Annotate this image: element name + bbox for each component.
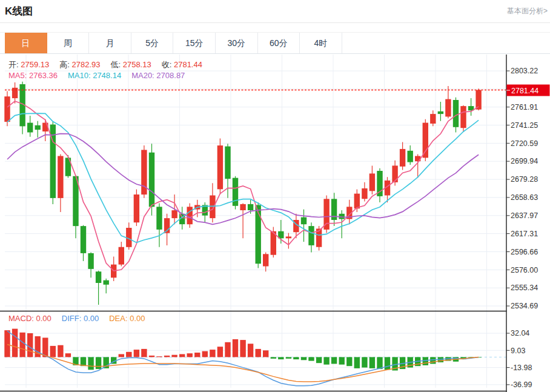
price-axis-label: 2534.69 xyxy=(511,302,538,310)
macd-bar xyxy=(430,357,436,364)
macd-bar xyxy=(293,357,299,359)
interval-tab[interactable]: 15分 xyxy=(173,33,216,53)
interval-tabs: 日周月5分15分30分60分4时 xyxy=(0,32,550,54)
field-value: 0.00 xyxy=(84,314,99,323)
macd-bar xyxy=(4,330,10,357)
candle-body xyxy=(35,125,41,130)
macd-bar xyxy=(202,351,208,357)
macd-bar xyxy=(126,352,131,357)
candle-body xyxy=(453,100,459,127)
price-axis-label: 2720.59 xyxy=(511,139,538,148)
macd-bar xyxy=(225,342,230,357)
macd-bar xyxy=(339,357,345,364)
candle-body xyxy=(12,88,18,98)
interval-tab[interactable]: 日 xyxy=(5,33,47,53)
readout-field: MA10: 2748.14 xyxy=(68,71,121,80)
macd-bar xyxy=(104,357,109,368)
candle-body xyxy=(96,271,101,283)
readout-field: 收: 2781.44 xyxy=(162,60,202,69)
readout-field: DEA: 0.00 xyxy=(109,314,145,323)
macd-bar xyxy=(187,353,193,357)
readout-field: MACD: 0.00 xyxy=(8,314,51,323)
interval-tab[interactable]: 30分 xyxy=(216,33,258,53)
readout-field: MA5: 2763.36 xyxy=(8,71,58,80)
field-label: DEA: xyxy=(109,314,130,323)
candle-body xyxy=(149,153,154,207)
macd-bar xyxy=(58,345,63,357)
interval-tab[interactable]: 5分 xyxy=(131,33,174,53)
macd-bar xyxy=(423,357,428,365)
field-value: 2748.14 xyxy=(93,71,121,80)
readout-field: 低: 2758.13 xyxy=(110,60,151,69)
candle-body xyxy=(156,207,162,230)
macd-bar xyxy=(88,357,93,370)
ma-readout: MA5: 2763.36MA10: 2748.14MA20: 2708.87 xyxy=(8,71,195,80)
price-axis-label: 2596.66 xyxy=(511,248,538,256)
field-value: 2759.13 xyxy=(21,60,49,69)
candle-body xyxy=(362,188,367,199)
readout-field: MA20: 2708.87 xyxy=(131,71,185,80)
macd-bar xyxy=(179,354,185,357)
macd-bar xyxy=(194,353,200,357)
field-label: MA10: xyxy=(68,71,93,80)
macd-bar xyxy=(50,346,56,357)
macd-bar xyxy=(331,357,337,364)
macd-bar xyxy=(316,357,322,363)
macd-bar xyxy=(346,357,352,366)
macd-bar xyxy=(369,357,375,368)
candle-body xyxy=(354,194,360,209)
macd-bar xyxy=(96,357,101,369)
field-label: MA5: xyxy=(8,71,29,80)
candle-body xyxy=(58,156,63,198)
candle-body xyxy=(187,207,193,224)
field-label: 收: xyxy=(162,60,174,69)
price-axis-label: 2637.97 xyxy=(511,211,538,220)
candle-body xyxy=(263,254,268,266)
macd-bar xyxy=(278,357,283,359)
interval-tab[interactable]: 月 xyxy=(89,33,131,53)
macd-bar xyxy=(156,356,162,357)
candle-body xyxy=(430,114,436,124)
candle-body xyxy=(210,196,215,219)
field-label: DIFF: xyxy=(62,314,84,323)
candle-body xyxy=(27,123,33,133)
field-value: 0.00 xyxy=(36,314,51,323)
candle-body xyxy=(408,151,413,162)
candle-body xyxy=(217,145,223,189)
macd-bar xyxy=(141,349,147,357)
field-value: 0.00 xyxy=(130,314,145,323)
interval-tab[interactable]: 周 xyxy=(47,33,90,53)
candle-body xyxy=(369,173,375,191)
price-axis-label: 2699.94 xyxy=(511,157,538,165)
price-axis-label: 2761.91 xyxy=(511,103,538,111)
price-axis-label: 2741.25 xyxy=(511,121,538,130)
macd-axis-label: 32.04 xyxy=(511,329,529,337)
candle-body xyxy=(460,106,466,128)
candle-body xyxy=(445,99,451,117)
macd-bar xyxy=(217,347,223,357)
macd-bar xyxy=(248,344,253,357)
ohlc-readout: 开: 2759.13高: 2782.93低: 2758.13收: 2781.44 xyxy=(8,59,213,70)
readout-field: 高: 2782.93 xyxy=(59,60,100,69)
macd-bar xyxy=(263,350,268,357)
macd-bar xyxy=(164,356,170,357)
macd-bar xyxy=(323,357,329,364)
macd-bar xyxy=(385,357,390,370)
candle-body xyxy=(240,204,245,210)
candle-body xyxy=(256,205,261,264)
macd-readout: MACD: 0.00DIFF: 0.00DEA: 0.00 xyxy=(8,314,156,323)
candle-body xyxy=(423,123,428,158)
price-axis-label: 2803.22 xyxy=(511,67,538,75)
macd-bar xyxy=(286,357,291,359)
macd-axis-label: 9.03 xyxy=(511,347,525,355)
candle-body xyxy=(171,210,177,218)
field-value: 2763.36 xyxy=(29,71,58,80)
candle-body xyxy=(308,226,314,245)
interval-tab[interactable]: 60分 xyxy=(258,33,300,53)
interval-tab[interactable]: 4时 xyxy=(300,33,342,53)
macd-bar xyxy=(119,354,124,357)
macd-axis-label: -36.99 xyxy=(511,380,532,389)
candle-body xyxy=(81,226,86,253)
macd-bar xyxy=(362,357,367,367)
field-value: 2708.87 xyxy=(156,71,185,80)
